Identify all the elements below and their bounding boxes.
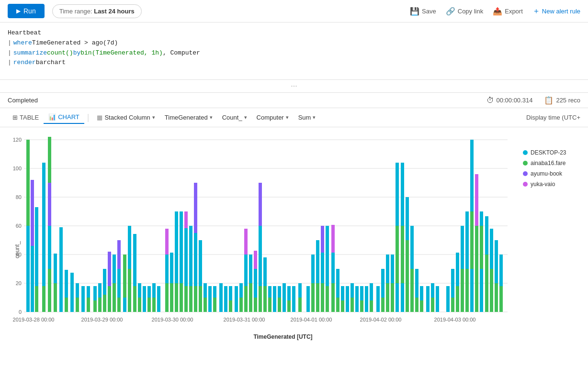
- svg-text:2019-03-31 00:00: 2019-03-31 00:00: [224, 317, 265, 322]
- svg-rect-23: [26, 140, 30, 226]
- chevron-down-icon-s: ▾: [286, 114, 289, 121]
- chevron-down-icon-y: ▾: [244, 114, 247, 121]
- svg-rect-94: [199, 286, 202, 312]
- records-stat: 📋 225 reco: [544, 96, 580, 105]
- kw-summarize: summarize: [13, 48, 47, 58]
- svg-rect-24: [31, 246, 34, 312]
- svg-text:60: 60: [16, 223, 22, 229]
- kw-where: where: [13, 38, 32, 48]
- agg-label: Sum: [298, 114, 311, 121]
- svg-rect-188: [465, 269, 469, 312]
- chart-toolbar: ⊞ TABLE 📊 CHART | ▦ Stacked Column ▾ Tim…: [0, 108, 588, 127]
- svg-rect-77: [165, 283, 169, 312]
- svg-rect-153: [360, 300, 363, 312]
- chart-type-dropdown[interactable]: ▦ Stacked Column ▾: [92, 111, 159, 123]
- toolbar-right: 💾 Save 🔗 Copy link 📤 Export ＋ New alert …: [410, 6, 580, 16]
- y-axis-dropdown[interactable]: Count_ ▾: [217, 111, 252, 123]
- save-label: Save: [422, 8, 436, 15]
- divider-dots: ···: [0, 80, 588, 93]
- svg-rect-87: [184, 211, 188, 228]
- time-range-label: Time range:: [59, 8, 92, 15]
- svg-rect-104: [235, 286, 238, 312]
- x-axis-dropdown[interactable]: TimeGenerated ▾: [160, 111, 217, 123]
- legend-label-2: ainaba16.fare: [531, 160, 565, 166]
- svg-text:2019-04-03 00:00: 2019-04-03 00:00: [434, 317, 476, 322]
- fn-count: count(): [47, 48, 73, 58]
- query-text-1: Heartbeat: [8, 28, 41, 38]
- svg-rect-67: [133, 286, 136, 312]
- svg-rect-63: [123, 255, 126, 298]
- new-alert-button[interactable]: ＋ New alert rule: [532, 6, 580, 16]
- fn-bin: bin(TimeGenerated, 1h): [80, 48, 163, 58]
- toolbar: ▶ Run Time range: Last 24 hours 💾 Save 🔗…: [0, 0, 588, 22]
- svg-rect-61: [117, 240, 121, 269]
- legend-label-3: ayumu-book: [531, 170, 562, 177]
- svg-rect-171: [410, 269, 414, 312]
- svg-rect-161: [386, 283, 389, 312]
- svg-rect-80: [170, 283, 173, 312]
- svg-rect-117: [259, 183, 262, 226]
- svg-text:2019-03-29 00:00: 2019-03-29 00:00: [81, 317, 123, 322]
- legend-color-4: [523, 182, 528, 187]
- plus-icon: ＋: [532, 6, 540, 16]
- time-range-button[interactable]: Time range: Last 24 hours: [52, 4, 142, 18]
- svg-rect-186: [461, 269, 464, 312]
- svg-rect-113: [254, 298, 257, 312]
- svg-rect-169: [406, 240, 409, 312]
- new-alert-label: New alert rule: [542, 8, 580, 15]
- svg-rect-111: [249, 283, 252, 312]
- pipe-1: |: [8, 38, 11, 48]
- link-icon: 🔗: [446, 7, 455, 16]
- query-line-4: | render barchart: [8, 58, 580, 68]
- copy-link-label: Copy link: [458, 8, 483, 15]
- svg-rect-142: [331, 283, 335, 312]
- records-count: 225 reco: [556, 97, 580, 104]
- svg-rect-78: [165, 229, 169, 255]
- clock-icon: ⏱: [486, 96, 494, 105]
- kw-by: by: [73, 48, 81, 58]
- svg-rect-44: [76, 298, 79, 312]
- svg-rect-29: [42, 286, 45, 312]
- status-completed: Completed: [8, 97, 38, 104]
- svg-rect-100: [219, 283, 223, 312]
- svg-rect-159: [381, 298, 384, 312]
- svg-rect-145: [336, 298, 339, 312]
- svg-rect-197: [485, 255, 488, 312]
- svg-rect-39: [59, 227, 63, 312]
- save-icon: 💾: [410, 7, 419, 16]
- svg-text:20: 20: [16, 280, 22, 286]
- status-right: ⏱ 00:00:00.314 📋 225 reco: [486, 96, 581, 105]
- svg-text:2019-04-02 00:00: 2019-04-02 00:00: [360, 317, 402, 322]
- svg-rect-49: [93, 300, 97, 312]
- chart-legend: DESKTOP-23 ainaba16.fare ayumu-book yuka…: [518, 135, 580, 340]
- chart-view-button[interactable]: 📊 CHART: [44, 111, 84, 124]
- svg-rect-121: [268, 298, 271, 312]
- run-button[interactable]: ▶ Run: [8, 4, 45, 18]
- svg-rect-178: [431, 298, 434, 312]
- svg-text:2019-03-28 00:00: 2019-03-28 00:00: [13, 317, 55, 322]
- play-icon: ▶: [16, 8, 21, 14]
- table-view-button[interactable]: ⊞ TABLE: [8, 111, 44, 123]
- svg-rect-35: [48, 226, 51, 269]
- svg-rect-45: [81, 286, 85, 312]
- svg-rect-137: [321, 283, 324, 312]
- svg-rect-74: [152, 298, 156, 312]
- svg-rect-101: [224, 286, 227, 312]
- svg-text:2019-04-01 00:00: 2019-04-01 00:00: [291, 317, 332, 322]
- svg-rect-36: [48, 186, 51, 226]
- query-text-4: barchart: [36, 58, 66, 68]
- time-range-value: Last 24 hours: [94, 8, 135, 15]
- agg-dropdown[interactable]: Sum ▾: [294, 111, 321, 123]
- svg-rect-192: [475, 226, 478, 312]
- svg-rect-163: [391, 283, 394, 312]
- svg-rect-179: [436, 286, 439, 312]
- export-button[interactable]: 📤 Export: [493, 7, 523, 16]
- svg-rect-138: [321, 226, 324, 253]
- split-dropdown[interactable]: Computer ▾: [252, 111, 294, 123]
- svg-rect-130: [298, 298, 302, 312]
- save-button[interactable]: 💾 Save: [410, 7, 436, 16]
- svg-rect-148: [346, 286, 349, 312]
- copy-link-button[interactable]: 🔗 Copy link: [446, 7, 483, 16]
- query-editor[interactable]: Heartbeat | where TimeGenerated > ago(7d…: [0, 22, 588, 80]
- svg-rect-27: [35, 286, 38, 312]
